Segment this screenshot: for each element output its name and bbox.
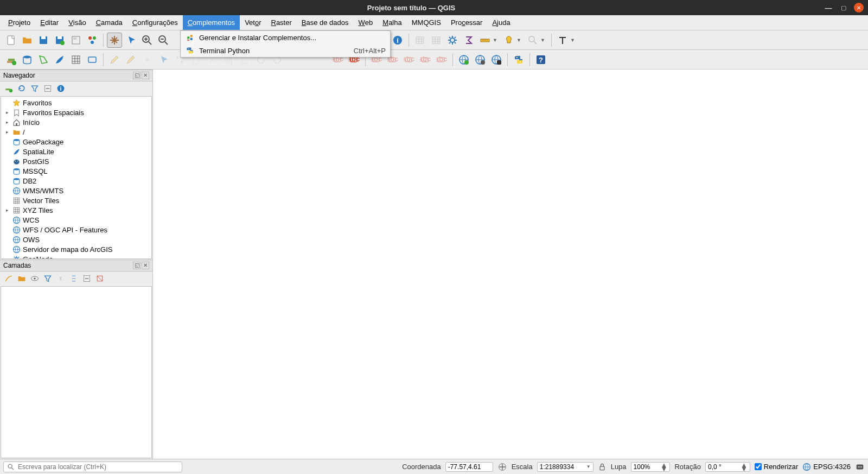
dropdown-item-terminal-python[interactable]: Terminal PythonCtrl+Alt+P — [181, 44, 390, 57]
window-maximize-button[interactable] — [839, 3, 848, 12]
menu-web[interactable]: Web — [354, 15, 378, 30]
measure-dropdown-arrow[interactable]: ▼ — [493, 37, 498, 43]
zoom-out-button[interactable] — [156, 33, 171, 48]
browser-add-layer-button[interactable] — [3, 83, 14, 94]
browser-item-wms-wmts[interactable]: WMS/WMTS — [3, 186, 149, 195]
browser-item-geonode[interactable]: GeoNode — [3, 254, 149, 259]
zoom-actual-dropdown-arrow[interactable]: ▼ — [540, 37, 546, 43]
browser-item-servidor-de-mapa-do-arcgis[interactable]: Servidor de mapa do ArcGIS — [3, 244, 149, 254]
new-print-layout-button[interactable] — [68, 33, 84, 48]
window-minimize-button[interactable] — [824, 3, 833, 12]
measure-button[interactable] — [477, 33, 493, 48]
open-attribute-table-button[interactable] — [412, 33, 427, 48]
new-spatialite-layer-button[interactable] — [52, 52, 67, 67]
window-close-button[interactable] — [854, 3, 864, 12]
browser-tree[interactable]: Favoritos▸Favoritos Espaciais▸Início▸/Ge… — [1, 96, 152, 259]
text-annotation-button[interactable] — [555, 33, 570, 48]
menu-editar[interactable]: Editar — [35, 15, 63, 30]
layers-style-button[interactable] — [3, 273, 14, 284]
label-config-4-button[interactable] — [418, 52, 433, 67]
menu-processar[interactable]: Processar — [446, 15, 488, 30]
locator-input[interactable] — [18, 463, 178, 471]
map-canvas[interactable] — [153, 69, 868, 459]
magnifier-spinner[interactable]: ▲▼ — [661, 463, 668, 471]
render-checkbox-wrap[interactable]: Renderizar — [755, 463, 799, 471]
menu-raster[interactable]: Raster — [266, 15, 297, 30]
browser-item-mssql[interactable]: MSSQL — [3, 166, 149, 176]
layers-visibility-button[interactable] — [29, 273, 40, 284]
browser-item-favoritos[interactable]: Favoritos — [3, 98, 149, 108]
toggle-editing-button[interactable] — [107, 52, 122, 67]
browser-item-geopackage[interactable]: GeoPackage — [3, 137, 149, 147]
layers-panel-undock-button[interactable]: ◱ — [133, 262, 141, 269]
crs-button[interactable]: EPSG:4326 — [802, 463, 851, 471]
scale-input[interactable] — [540, 463, 584, 471]
menu-configurações[interactable]: Configurações — [127, 15, 183, 30]
coordinate-box[interactable] — [445, 462, 493, 472]
menu-complementos[interactable]: Complementos — [183, 15, 240, 30]
browser-filter-button[interactable] — [29, 83, 40, 94]
label-config-5-button[interactable] — [434, 52, 449, 67]
menu-mmqgis[interactable]: MMQGIS — [407, 15, 446, 30]
menu-camada[interactable]: Camada — [91, 15, 127, 30]
browser-item-xyz-tiles[interactable]: ▸XYZ Tiles — [3, 205, 149, 215]
new-project-button[interactable] — [3, 33, 18, 48]
layers-expression-button[interactable]: ε — [55, 273, 66, 284]
browser-item-in-cio[interactable]: ▸Início — [3, 117, 149, 127]
save-edits-button[interactable] — [123, 52, 138, 67]
menu-vetor[interactable]: Vetor — [240, 15, 266, 30]
menu-visão[interactable]: Visão — [63, 15, 91, 30]
scale-box[interactable]: ▼ — [537, 462, 593, 472]
zoom-actual-button[interactable] — [525, 33, 540, 48]
browser-refresh-button[interactable] — [16, 83, 27, 94]
add-vector-layer-button[interactable] — [3, 52, 18, 67]
save-project-as-button[interactable] — [52, 33, 67, 48]
browser-panel-undock-button[interactable]: ◱ — [133, 72, 141, 79]
render-checkbox[interactable] — [755, 463, 762, 470]
tree-expand-toggle[interactable]: ▸ — [4, 129, 10, 135]
browser-panel-close-button[interactable]: ✕ — [142, 72, 149, 79]
browser-item-wcs[interactable]: WCS — [3, 215, 149, 225]
menu-projeto[interactable]: Projeto — [3, 15, 35, 30]
browser-item-postgis[interactable]: PostGIS — [3, 156, 149, 166]
scale-dropdown-arrow[interactable]: ▼ — [586, 464, 591, 469]
browser-item-spatialite[interactable]: SpatiaLite — [3, 147, 149, 156]
quickmapservices-search-button[interactable] — [473, 52, 488, 67]
help-button[interactable] — [533, 52, 548, 67]
map-tips-dropdown-arrow[interactable]: ▼ — [516, 37, 522, 43]
browser-item-vector-tiles[interactable]: Vector Tiles — [3, 195, 149, 205]
browser-item-ows[interactable]: OWS — [3, 235, 149, 244]
label-config-3-button[interactable] — [401, 52, 417, 67]
new-memory-layer-button[interactable] — [85, 52, 100, 67]
layers-panel-close-button[interactable]: ✕ — [142, 262, 149, 269]
style-manager-button[interactable] — [85, 33, 100, 48]
rotation-box[interactable]: ▲▼ — [705, 462, 750, 472]
magnifier-box[interactable]: ▲▼ — [631, 462, 671, 472]
magnifier-input[interactable] — [634, 463, 660, 471]
layers-remove-button[interactable] — [94, 273, 105, 284]
tree-expand-toggle[interactable]: ▸ — [4, 119, 10, 125]
lock-scale-icon[interactable] — [598, 463, 607, 471]
browser-item-wfs-ogc-api-features[interactable]: WFS / OGC API - Features — [3, 225, 149, 235]
zoom-in-button[interactable] — [139, 33, 155, 48]
browser-properties-button[interactable] — [55, 83, 66, 94]
rotation-input[interactable] — [708, 463, 739, 471]
menu-malha[interactable]: Malha — [378, 15, 406, 30]
field-calculator-button[interactable] — [429, 33, 444, 48]
tree-expand-toggle[interactable]: ▸ — [4, 110, 10, 115]
open-project-button[interactable] — [20, 33, 35, 48]
new-shapefile-layer-button[interactable] — [36, 52, 51, 67]
save-project-button[interactable] — [36, 33, 51, 48]
browser-collapse-button[interactable] — [42, 83, 53, 94]
statistics-button[interactable] — [461, 33, 476, 48]
menu-base-de-dados[interactable]: Base de dados — [297, 15, 354, 30]
add-feature-button[interactable] — [139, 52, 155, 67]
messages-icon[interactable] — [855, 462, 865, 472]
identify-features-button[interactable] — [390, 33, 405, 48]
python-console-button[interactable] — [511, 52, 526, 67]
new-virtual-layer-button[interactable] — [68, 52, 84, 67]
locator-search[interactable] — [3, 462, 182, 472]
pan-map-button[interactable] — [107, 33, 122, 48]
quickmapservices-settings-button[interactable] — [489, 52, 504, 67]
quickmapservices-add-button[interactable] — [456, 52, 471, 67]
